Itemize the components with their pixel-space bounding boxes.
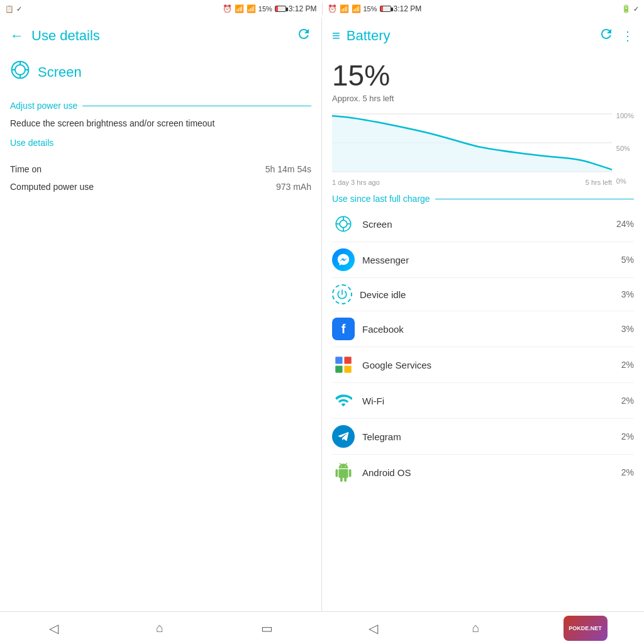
battery-item-google[interactable]: Google Services 2% xyxy=(332,347,634,383)
battery-time-left: Approx. 5 hrs left xyxy=(322,92,644,108)
battery-item-android[interactable]: Android OS 2% xyxy=(332,455,634,490)
back-nav-button-right[interactable]: ◁ xyxy=(358,616,388,641)
app-name-device-idle: Device idle xyxy=(360,289,614,300)
use-since-section: Use since last full charge xyxy=(322,186,644,206)
wifi-app-icon xyxy=(332,389,355,412)
main-content: ← Use details xyxy=(0,18,644,611)
back-nav-button-left[interactable]: ◁ xyxy=(39,616,69,641)
battery-item-facebook[interactable]: f Facebook 3% xyxy=(332,311,634,347)
left-panel: ← Use details xyxy=(0,18,322,611)
stat-value-time: 5h 14m 54s xyxy=(265,164,311,174)
svg-rect-15 xyxy=(335,357,342,364)
bottom-nav: ◁ ⌂ ▭ ◁ ⌂ POKDE.NET xyxy=(0,611,644,644)
left-panel-content: Screen Adjust power use Reduce the scree… xyxy=(0,53,321,611)
check-icon-r: ✓ xyxy=(633,5,639,13)
notification-icon: 📋 xyxy=(5,5,14,13)
right-panel: ≡ Battery ⋮ 15% Approx. 5 hrs left xyxy=(322,18,644,611)
app-percent-device-idle: 3% xyxy=(621,289,634,299)
bottom-nav-left: ◁ ⌂ ▭ xyxy=(0,612,322,644)
menu-button[interactable]: ≡ xyxy=(332,28,340,44)
app-name-telegram: Telegram xyxy=(362,431,614,442)
refresh-button-right[interactable] xyxy=(599,26,614,45)
recents-nav-button-left[interactable]: ▭ xyxy=(251,616,283,641)
right-panel-title: Battery xyxy=(347,28,391,44)
svg-point-1 xyxy=(15,65,25,75)
device-idle-icon xyxy=(332,284,352,304)
status-bar: 📋 ✓ ⏰ 📶 📶 15% 3:12 PM ⏰ 📶 📶 15% 3:12 PM … xyxy=(0,0,644,18)
battery-list: Screen 24% Messenger 5% xyxy=(322,206,644,611)
app-percent-messenger: 5% xyxy=(621,255,634,265)
app-name-messenger: Messenger xyxy=(362,255,614,265)
y-label-100: 100% xyxy=(616,112,634,119)
bottom-nav-right: ◁ ⌂ POKDE.NET xyxy=(322,612,644,644)
app-percent-facebook: 3% xyxy=(621,324,634,334)
adjust-title: Adjust power use xyxy=(10,101,311,111)
chart-x-labels: 1 day 3 hrs ago 5 hrs left xyxy=(332,179,612,186)
stat-computed: Computed power use 973 mAh xyxy=(10,178,311,196)
adjust-description: Reduce the screen brightness and/or scre… xyxy=(10,117,311,130)
svg-point-10 xyxy=(340,220,347,228)
wifi-icon: 📶 xyxy=(235,4,244,13)
battery-item-wifi[interactable]: Wi-Fi 2% xyxy=(332,383,634,419)
battery-item-messenger[interactable]: Messenger 5% xyxy=(332,242,634,278)
battery-item-screen[interactable]: Screen 24% xyxy=(332,206,634,242)
battery-icon xyxy=(275,6,286,12)
right-header: ≡ Battery ⋮ xyxy=(322,18,644,53)
battery-percent-status: 15% xyxy=(258,5,272,13)
left-header: ← Use details xyxy=(0,18,321,53)
app-percent-wifi: 2% xyxy=(621,396,634,406)
status-bar-left: 📋 ✓ ⏰ 📶 📶 15% 3:12 PM xyxy=(0,0,322,18)
use-details-link[interactable]: Use details xyxy=(10,138,311,148)
right-notification-icons: 🔋 ✓ xyxy=(621,4,639,13)
messenger-icon xyxy=(332,248,355,271)
app-name-google: Google Services xyxy=(362,360,614,370)
google-services-icon xyxy=(332,353,355,376)
screen-label: Screen xyxy=(38,64,82,80)
stats-section: Time on 5h 14m 54s Computed power use 97… xyxy=(10,160,311,196)
home-nav-button-left[interactable]: ⌂ xyxy=(146,616,174,640)
battery-chart: 100% 50% 0% 1 day 3 hrs ago 5 hrs left xyxy=(332,111,634,186)
x-label-left: 1 day 3 hrs ago xyxy=(332,179,380,186)
notification-icon-r: 🔋 xyxy=(621,4,631,13)
watermark: POKDE.NET xyxy=(564,616,608,641)
app-percent-screen: 24% xyxy=(616,219,634,229)
home-nav-button-right[interactable]: ⌂ xyxy=(462,616,489,640)
refresh-button-left[interactable] xyxy=(296,26,311,45)
svg-rect-16 xyxy=(344,357,351,364)
adjust-section: Adjust power use Reduce the screen brigh… xyxy=(10,101,311,148)
android-os-icon xyxy=(332,461,355,484)
adjust-line xyxy=(82,106,311,106)
left-time: 3:12 PM xyxy=(289,4,317,13)
app-name-wifi: Wi-Fi xyxy=(362,396,614,406)
screen-row: Screen xyxy=(10,53,311,91)
app-name-facebook: Facebook xyxy=(362,324,614,335)
status-bar-right: ⏰ 📶 📶 15% 3:12 PM 🔋 ✓ xyxy=(323,0,645,18)
alarm-icon-r: ⏰ xyxy=(328,4,337,13)
more-options-button[interactable]: ⋮ xyxy=(621,28,634,43)
battery-item-device-idle[interactable]: Device idle 3% xyxy=(332,278,634,311)
battery-icon-r xyxy=(380,6,391,12)
back-button[interactable]: ← xyxy=(10,28,24,44)
right-header-actions: ⋮ xyxy=(599,26,634,45)
battery-percentage: 15% xyxy=(322,53,644,92)
alarm-icon: ⏰ xyxy=(223,4,232,13)
check-icon: ✓ xyxy=(16,5,22,13)
y-label-50: 50% xyxy=(616,145,634,152)
y-label-0: 0% xyxy=(616,177,634,185)
signal-icon: 📶 xyxy=(247,4,256,13)
left-status-icons: 📋 ✓ xyxy=(5,5,22,13)
svg-rect-18 xyxy=(344,365,351,372)
stat-label-time: Time on xyxy=(10,164,42,174)
stat-value-computed: 973 mAh xyxy=(276,182,311,192)
left-panel-title: Use details xyxy=(31,28,100,44)
chart-y-labels: 100% 50% 0% xyxy=(616,111,634,186)
screen-app-icon xyxy=(332,213,355,235)
app-percent-telegram: 2% xyxy=(621,431,634,441)
x-label-right: 5 hrs left xyxy=(586,179,612,186)
battery-item-telegram[interactable]: Telegram 2% xyxy=(332,419,634,455)
chart-area xyxy=(332,111,612,175)
signal-icon-r: 📶 xyxy=(352,4,361,13)
app-name-screen: Screen xyxy=(362,219,609,230)
app-name-android: Android OS xyxy=(362,467,614,478)
telegram-icon xyxy=(332,425,355,448)
